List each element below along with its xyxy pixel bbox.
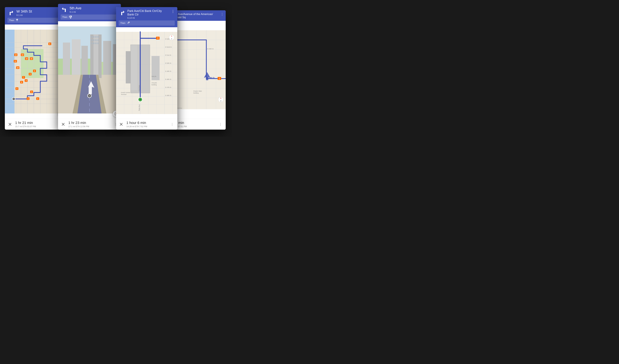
map-area-3: E 54th St E 52nd St E 51st St E 50th St … <box>116 27 177 119</box>
svg-rect-1 <box>5 30 14 113</box>
svg-text:E 46th St: E 46th St <box>165 95 171 96</box>
svg-point-95 <box>89 95 90 97</box>
svg-text:MetLife: MetLife <box>152 76 156 77</box>
svg-text:E 48th St: E 48th St <box>165 79 171 80</box>
nav-distance-3: 0.13 mi <box>127 17 168 19</box>
bottom-details-4: ETA 07:51 PM <box>173 125 215 128</box>
turn-icon-1 <box>7 9 14 16</box>
svg-text:1: 1 <box>219 77 220 79</box>
svg-point-138 <box>140 99 141 100</box>
svg-rect-80 <box>93 42 95 44</box>
svg-rect-70 <box>94 34 98 78</box>
svg-text:E 49th St: E 49th St <box>165 70 171 72</box>
svg-rect-75 <box>91 39 92 41</box>
bottom-bar-4: 18 min ETA 07:51 PM ⋮ <box>171 119 226 130</box>
svg-text:3: 3 <box>157 37 158 39</box>
svg-rect-82 <box>97 42 99 44</box>
svg-rect-146 <box>171 30 226 109</box>
nav-header-3: Park Ave/Citi Bank Ctr/City Bank Ctr 0.1… <box>116 7 177 27</box>
svg-rect-67 <box>72 39 81 75</box>
more-button-3[interactable]: ⋮ <box>169 122 175 127</box>
svg-text:12: 12 <box>15 54 17 56</box>
close-button-3[interactable] <box>119 122 124 127</box>
svg-rect-127 <box>131 45 137 90</box>
svg-point-56 <box>13 98 14 100</box>
nav-distance-2: 0.1 mi <box>70 11 118 13</box>
bottom-time-info-4: 18 min ETA 07:51 PM <box>173 121 218 128</box>
svg-rect-83 <box>103 41 111 75</box>
map-area-2: 7 5 AV/W 62 St Madison AV/ E 60 St <box>58 21 121 119</box>
nav-street-1: W 34th St <box>16 9 64 14</box>
svg-text:Building: Building <box>194 92 198 94</box>
bottom-details-3: 14.28 mi ETA 7:52 PM <box>126 125 167 128</box>
svg-text:Empire State: Empire State <box>194 90 202 92</box>
svg-text:E 50th St: E 50th St <box>165 63 171 64</box>
nav-distance-1: 0.1 mi <box>16 14 64 16</box>
then-label-1: Then <box>9 19 14 22</box>
svg-text:Park Ave: Park Ave <box>139 85 140 91</box>
svg-text:Park Ave: Park Ave <box>139 104 140 111</box>
svg-text:1: 1 <box>28 98 28 100</box>
svg-rect-65 <box>63 42 70 75</box>
map-3d-svg-2: 7 5 AV/W 62 St Madison AV/ E 60 St <box>58 21 121 119</box>
map-area-1: 1 2 3 4 5 6 7 8 9 10 <box>5 25 66 119</box>
close-icon-1 <box>9 123 12 126</box>
svg-text:E 47th St: E 47th St <box>165 87 171 88</box>
svg-text:6: 6 <box>34 70 35 72</box>
svg-rect-68 <box>81 46 88 75</box>
then-turn-icon-1 <box>15 19 19 22</box>
svg-rect-71 <box>91 36 92 38</box>
close-button-2[interactable] <box>61 122 66 127</box>
phone-card-3: Park Ave/Citi Bank Ctr/City Bank Ctr 0.1… <box>116 7 177 130</box>
bottom-time-info-3: 1 hour 6 min 14.28 mi ETA 7:52 PM <box>124 121 169 128</box>
svg-text:13: 13 <box>21 54 23 56</box>
svg-text:8: 8 <box>21 81 22 83</box>
nav-then-row-2: Then <box>61 14 118 20</box>
svg-text:14: 14 <box>26 58 28 60</box>
svg-text:10: 10 <box>17 67 19 69</box>
svg-text:E 51st St: E 51st St <box>165 55 171 56</box>
more-dots-3[interactable]: ⋮ <box>170 9 175 14</box>
map-svg-4: W 36th St W 34th St 1 Empire State Build… <box>171 21 226 119</box>
bottom-details-1: 15.7 mi ETA 03:37 PM <box>15 125 56 128</box>
turn-icon-2 <box>61 6 68 13</box>
close-icon-2 <box>62 123 65 126</box>
svg-rect-74 <box>97 36 99 38</box>
nav-then-row-3: Then <box>119 20 175 26</box>
then-label-3: Then <box>120 22 126 24</box>
svg-text:E 52nd St: E 52nd St <box>165 46 172 48</box>
close-icon-3 <box>120 123 123 126</box>
screenshots-container: W 34th St 0.1 mi Then <box>5 2 227 134</box>
svg-text:2: 2 <box>37 98 38 100</box>
close-button-1[interactable] <box>7 122 13 127</box>
more-button-4[interactable]: ⋮ <box>218 122 223 127</box>
then-turn-icon-3 <box>127 21 130 25</box>
bottom-bar-1: 1 hr 21 min 15.7 mi ETA 03:37 PM ⋮ <box>5 119 66 130</box>
svg-rect-77 <box>95 39 97 41</box>
map-area-4: W 36th St W 34th St 1 Empire State Build… <box>171 21 226 119</box>
svg-rect-128 <box>126 51 131 84</box>
bottom-time-1: 1 hr 21 min <box>15 121 56 125</box>
bottom-time-info-2: 1 hr 23 min 17.1 mi ETA 12:56 PM <box>66 121 113 128</box>
map-svg-3: E 54th St E 52nd St E 51st St E 50th St … <box>116 27 177 119</box>
map-svg-1: 1 2 3 4 5 6 7 8 9 10 <box>5 25 66 119</box>
bottom-details-2: 17.1 mi ETA 12:56 PM <box>68 125 111 128</box>
svg-rect-79 <box>91 42 92 44</box>
svg-text:E: E <box>49 43 50 45</box>
nav-street-3: Park Ave/Citi Bank Ctr/City Bank Ctr <box>127 9 168 16</box>
nav-street-4: 6th Ave/Avenue of the Americas/ Herald S… <box>173 13 219 19</box>
svg-text:15: 15 <box>30 58 32 60</box>
svg-text:Chrysler: Chrysler <box>152 82 157 84</box>
svg-text:Grand Central: Grand Central <box>121 92 130 94</box>
svg-text:W 36th St: W 36th St <box>207 48 214 49</box>
then-label-2: Then <box>62 16 67 18</box>
bottom-time-3: 1 hour 6 min <box>126 121 167 125</box>
phone-card-4: ⋮ 6th Ave/Avenue of the Americas/ Herald… <box>171 10 226 130</box>
phone-card-2: 5th Ave 0.1 mi Then <box>58 4 121 130</box>
svg-text:4: 4 <box>26 80 27 82</box>
nav-header-4: ⋮ 6th Ave/Avenue of the Americas/ Herald… <box>171 10 226 21</box>
nav-header-2: 5th Ave 0.1 mi Then <box>58 4 121 21</box>
svg-rect-81 <box>95 42 97 44</box>
more-dots-4[interactable]: ⋮ <box>221 12 224 16</box>
svg-rect-78 <box>97 39 99 41</box>
